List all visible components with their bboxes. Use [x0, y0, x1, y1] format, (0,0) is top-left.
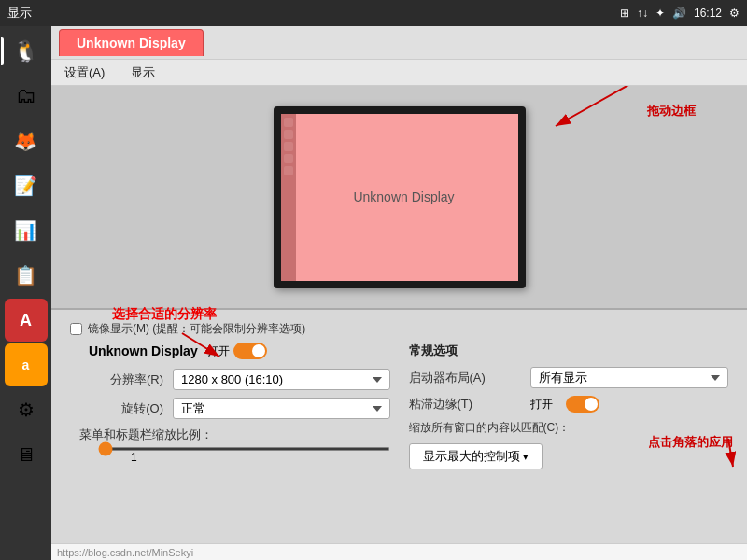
sidebar-item-files[interactable]: 🗂 [5, 75, 48, 118]
settings-columns: Unknown Display 打开 分辨率(R) 1280 x 800 (16 [70, 343, 728, 469]
slider-row [79, 447, 390, 451]
monitor-label: Unknown Display [353, 189, 454, 204]
sidebar-item-amazon[interactable]: a [5, 343, 48, 386]
topbar-right: ⊞ ↑↓ ✦ 🔊 16:12 ⚙ [620, 7, 740, 20]
settings-area: 选择合适的分辨率 镜像显示(M) (提醒：可能会限制分辨率选项) [51, 310, 747, 479]
sidebar-item-firefox[interactable]: 🦊 [5, 119, 48, 162]
menu-display[interactable]: 显示 [127, 63, 159, 83]
monitor-sidebar-dot [284, 154, 293, 163]
corner-arrow [691, 434, 738, 474]
scale-slider[interactable] [98, 447, 390, 451]
main-window: Unknown Display 设置(A) 显示 Unknown Display [51, 26, 747, 560]
sticky-row: 粘滞边缘(T) 打开 [409, 396, 729, 413]
resolution-row: 分辨率(R) 1280 x 800 (16:10) 1920 x 1080 (1… [70, 369, 390, 390]
topbar-icon-arrows: ↑↓ [637, 7, 648, 20]
topbar-time: 16:12 [694, 7, 722, 20]
display-arrow-svg [173, 329, 229, 366]
sidebar-item-text[interactable]: 📝 [5, 164, 48, 207]
toggle-knob [252, 344, 265, 357]
resolution-select[interactable]: 1280 x 800 (16:10) 1920 x 1080 (16:9) 10… [173, 369, 390, 390]
sidebar-item-display[interactable]: 🖥 [5, 433, 48, 476]
monitor-sidebar-dot [284, 142, 293, 151]
settings-left: Unknown Display 打开 分辨率(R) 1280 x 800 (16 [70, 343, 390, 469]
sticky-knob [585, 398, 598, 411]
url-bar: https://blog.csdn.net/MinSekyi [51, 543, 747, 560]
monitor-sidebar-dot [284, 130, 293, 139]
topbar-icon-grid: ⊞ [620, 7, 629, 20]
rotation-row: 旋转(O) 正常 左旋转 右旋转 倒置 [70, 398, 390, 419]
svg-line-3 [182, 333, 219, 357]
monitor-sidebar-bar [281, 114, 296, 281]
window-titlebar: Unknown Display [51, 26, 747, 60]
sidebar-item-ubuntu[interactable]: 🐧 [5, 30, 48, 73]
sticky-toggle[interactable] [566, 396, 599, 413]
display-header: Unknown Display 打开 [89, 343, 390, 359]
topbar-icon-bt: ✦ [655, 7, 665, 20]
monitor-screen: Unknown Display [281, 114, 518, 281]
monitor-sidebar-dot [284, 118, 293, 127]
sidebar-item-settings-gear[interactable]: ⚙ [5, 388, 48, 431]
topbar-icon-sound: 🔊 [672, 7, 686, 20]
general-section-title: 常规选项 [409, 343, 729, 359]
drag-border-arrow [528, 86, 640, 140]
topbar-icon-settings[interactable]: ⚙ [729, 7, 740, 20]
annotation-drag-border: 拖动边框 [647, 103, 696, 119]
sticky-on-text: 打开 [530, 397, 553, 413]
rotation-label: 旋转(O) [70, 400, 163, 417]
rotation-select[interactable]: 正常 左旋转 右旋转 倒置 [173, 398, 390, 419]
mirror-checkbox[interactable] [70, 323, 82, 335]
sidebar-launcher: 🐧 🗂 🦊 📝 📊 📋 A a ⚙ 🖥 [0, 26, 51, 560]
corner-arrow-svg [691, 434, 738, 471]
scale-area: 菜单和标题栏缩放比例： 1 [79, 427, 390, 464]
svg-line-1 [556, 86, 630, 126]
annotation-drag-text: 拖动边框 [647, 104, 696, 118]
topbar-title: 显示 [7, 5, 32, 21]
toggle-switch-display[interactable] [233, 343, 267, 359]
launcher-row: 启动器布局(A) 所有显示 主显示 [409, 367, 729, 388]
choose-resolution-label: 选择合适的分辨率 [112, 306, 217, 323]
monitor-frame[interactable]: Unknown Display [274, 106, 526, 288]
menu-settings[interactable]: 设置(A) [61, 63, 108, 83]
url-text: https://blog.csdn.net/MinSekyi [57, 547, 193, 558]
sticky-label: 粘滞边缘(T) [409, 396, 521, 413]
system-topbar: 显示 ⊞ ↑↓ ✦ 🔊 16:12 ⚙ [0, 0, 747, 26]
sidebar-item-spreadsheet[interactable]: 📊 [5, 209, 48, 252]
launcher-label: 启动器布局(A) [409, 370, 521, 386]
window-title-tab[interactable]: Unknown Display [59, 29, 204, 56]
launcher-select[interactable]: 所有显示 主显示 [530, 367, 729, 388]
resolution-label: 分辨率(R) [70, 371, 163, 388]
menubar: 设置(A) 显示 [51, 60, 747, 86]
fit-button[interactable]: 显示最大的控制项 [409, 443, 543, 469]
sidebar-item-font[interactable]: A [5, 299, 48, 342]
content-area: Unknown Display 拖动边框 选择合适的分辨率 [51, 86, 747, 560]
display-pointer-arrow [173, 329, 229, 369]
monitor-sidebar-dot [284, 166, 293, 175]
sidebar-item-document[interactable]: 📋 [5, 254, 48, 297]
svg-line-5 [728, 439, 733, 467]
mirror-row: 镜像显示(M) (提醒：可能会限制分辨率选项) [70, 321, 728, 337]
preview-area: Unknown Display 拖动边框 [51, 86, 747, 310]
